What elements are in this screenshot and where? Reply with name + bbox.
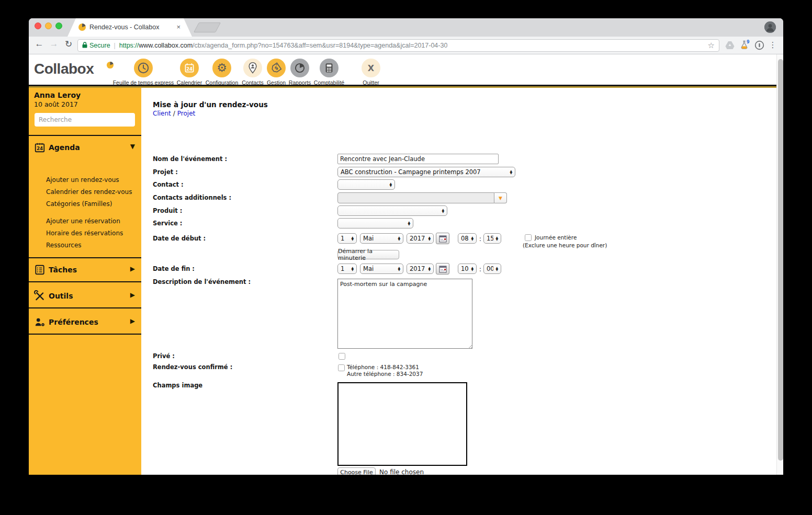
divider [29, 334, 141, 335]
fin-year-select[interactable]: 2017▲▼ [407, 264, 434, 274]
app-header: Collabox Feuille de temps express 24 Cal… [29, 54, 776, 85]
service-select[interactable]: ▲▼ [337, 218, 413, 228]
clock-icon [134, 59, 153, 77]
main-content: Mise à jour d'un rendez-vous Client/Proj… [141, 88, 776, 475]
task-list-icon [34, 264, 46, 278]
debut-day-select[interactable]: 1▲▼ [337, 233, 357, 244]
sidebar-item-calendrier-rendez-vous[interactable]: Calendrier des rendez-vous [46, 188, 132, 196]
tab-bar: Rendez-vous - Collabox × [29, 18, 783, 37]
collabox-logo[interactable]: Collabox [34, 61, 94, 77]
choose-file-button[interactable]: Choose File [337, 467, 376, 475]
projet-select[interactable]: ABC construction - Campagne printemps 20… [337, 167, 515, 177]
sidebar-section-preferences[interactable]: Préférences ▶ [29, 311, 141, 334]
page-scrollbar[interactable] [776, 54, 783, 475]
breadcrumb-projet-link[interactable]: Projet [177, 110, 195, 117]
tab-close-icon[interactable]: × [176, 23, 181, 31]
chevron-down-icon[interactable]: ▼ [130, 143, 135, 150]
select-stepper-icon: ▲▼ [510, 170, 512, 175]
label-nom-evenement: Nom de l'événement : [153, 155, 227, 163]
svg-text:24: 24 [186, 66, 193, 72]
label-contact: Contact : [153, 181, 184, 188]
label-date-debut: Date de début : [153, 235, 206, 242]
debut-calendar-picker-button[interactable] [436, 233, 449, 244]
calculator-icon [320, 59, 339, 77]
sidebar-item-ajouter-rendez-vous[interactable]: Ajouter un rendez-vous [46, 176, 119, 184]
chevron-right-icon[interactable]: ▶ [130, 291, 135, 299]
select-stepper-icon: ▲▼ [408, 221, 410, 226]
sidebar-section-agenda[interactable]: 24 Agenda ▼ [29, 136, 141, 159]
url-separator: | [114, 42, 116, 49]
drive-extension-icon[interactable] [724, 39, 736, 51]
search-input[interactable] [35, 113, 135, 127]
breadcrumb: Client/Projet [153, 110, 195, 117]
fin-day-select[interactable]: 1▲▼ [337, 264, 357, 274]
fin-minute-select[interactable]: 00▲▼ [483, 264, 501, 274]
fin-hour-select[interactable]: 10▲▼ [458, 264, 477, 274]
svg-text:9: 9 [747, 40, 750, 44]
fin-calendar-picker-button[interactable] [436, 263, 449, 274]
profile-avatar-icon[interactable] [764, 21, 776, 33]
label-prive: Privé : [153, 352, 175, 360]
tab-title: Rendez-vous - Collabox [89, 24, 159, 31]
contacts-additionnels-dropdown-button[interactable]: ▼ [494, 192, 507, 203]
demarrer-minuterie-button[interactable]: Démarrer la minuterie [337, 250, 399, 259]
svg-text:24: 24 [37, 146, 43, 151]
current-date: 10 août 2017 [34, 100, 78, 108]
chevron-right-icon[interactable]: ▶ [130, 265, 135, 272]
debut-year-select[interactable]: 2017▲▼ [407, 233, 434, 244]
sidebar-item-ajouter-reservation[interactable]: Ajouter une réservation [46, 218, 120, 225]
contacts-additionnels-input[interactable] [337, 192, 494, 203]
new-tab-button[interactable] [194, 22, 221, 32]
onepassword-extension-icon[interactable] [753, 39, 765, 51]
bookmark-star-icon[interactable]: ☆ [708, 41, 715, 50]
description-textarea[interactable]: Post-mortem sur la campagne [337, 279, 472, 349]
url-bar[interactable]: Secure | https://www.collabox.com/cbx/ag… [77, 39, 719, 52]
url-domain: www.collabox.com [139, 42, 193, 49]
browser-tab[interactable]: Rendez-vous - Collabox × [67, 18, 192, 37]
prive-checkbox[interactable] [339, 353, 345, 360]
url-path: /cbx/agenda_form.php?no=154763&aff=sem&u… [193, 42, 447, 49]
phone2-text: Autre téléphone : 834-2037 [347, 371, 423, 377]
tools-icon [34, 290, 46, 304]
flask-extension-icon[interactable]: 9 [738, 39, 751, 51]
label-projet: Projet : [153, 168, 178, 176]
agenda-calendar-icon: 24 [34, 142, 46, 155]
breadcrumb-client-link[interactable]: Client [153, 110, 171, 117]
debut-month-select[interactable]: Mai▲▼ [360, 233, 403, 244]
minimize-window-button[interactable] [45, 22, 52, 29]
sidebar-item-ressources[interactable]: Ressources [46, 242, 82, 249]
time-colon: : [479, 235, 481, 243]
url-text[interactable]: https://www.collabox.com/cbx/agenda_form… [119, 42, 448, 49]
zoom-window-button[interactable] [55, 22, 62, 29]
collabox-favicon-icon [78, 23, 86, 31]
browser-menu-icon[interactable]: ⋮ [766, 39, 779, 51]
chevron-right-icon[interactable]: ▶ [130, 317, 135, 325]
event-name-input[interactable] [337, 154, 499, 164]
debut-hour-select[interactable]: 08▲▼ [458, 233, 477, 244]
back-button[interactable]: ← [33, 39, 46, 49]
debut-minute-select[interactable]: 15▲▼ [483, 233, 501, 244]
divider [29, 307, 141, 308]
reload-button[interactable]: ↻ [62, 39, 75, 50]
quit-x-icon: X [362, 59, 380, 77]
journee-entiere-checkbox[interactable] [525, 234, 532, 241]
label-produit: Produit : [153, 207, 182, 214]
produit-select[interactable]: ▲▼ [337, 205, 447, 216]
sidebar-item-horaire-reservations[interactable]: Horaire des réservations [46, 230, 123, 237]
contact-pin-icon [243, 59, 262, 77]
close-window-button[interactable] [35, 22, 41, 29]
journee-entiere-label: Journée entière [535, 234, 577, 241]
confirme-checkbox[interactable] [338, 364, 345, 371]
sidebar: Anna Leroy 10 août 2017 24 Agenda ▼ Ajou… [29, 88, 141, 475]
scrollbar-thumb[interactable] [778, 59, 783, 461]
journee-entiere-note: (Exclure une heure pour dîner) [523, 242, 607, 248]
sidebar-section-outils[interactable]: Outils ▶ [29, 284, 141, 307]
sidebar-section-taches[interactable]: Tâches ▶ [29, 258, 141, 281]
fin-month-select[interactable]: Mai▲▼ [360, 264, 403, 274]
secure-lock-icon [82, 42, 87, 49]
sidebar-item-categories-familles[interactable]: Catégories (Familles) [46, 200, 112, 208]
contact-select[interactable]: ▲▼ [337, 179, 395, 190]
image-field-box [337, 382, 467, 466]
label-champs-image: Champs image [153, 382, 202, 389]
price-tag-icon: $ [267, 59, 286, 77]
